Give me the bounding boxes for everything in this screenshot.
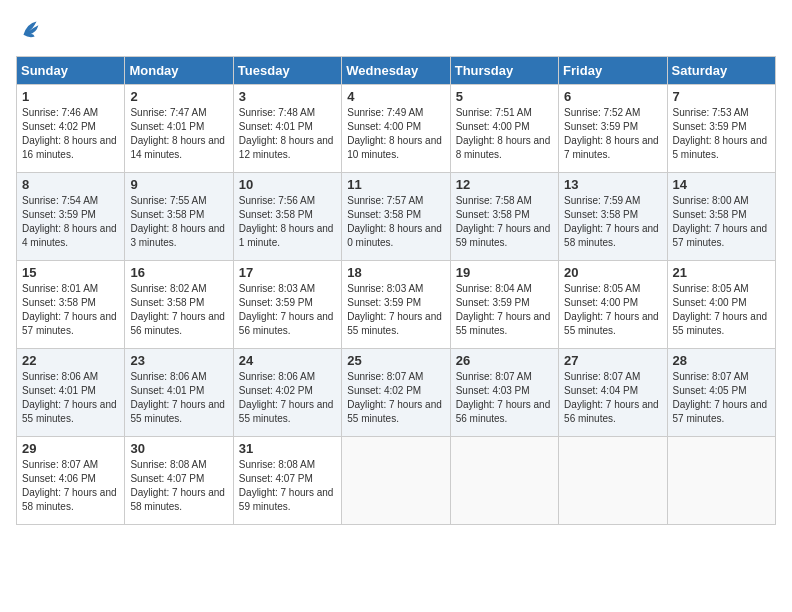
day-info: Sunrise: 8:06 AMSunset: 4:01 PMDaylight:…: [22, 370, 119, 426]
day-number: 5: [456, 89, 553, 104]
day-info: Sunrise: 8:08 AMSunset: 4:07 PMDaylight:…: [130, 458, 227, 514]
day-info: Sunrise: 7:55 AMSunset: 3:58 PMDaylight:…: [130, 194, 227, 250]
week-row-5: 29Sunrise: 8:07 AMSunset: 4:06 PMDayligh…: [17, 437, 776, 525]
day-number: 27: [564, 353, 661, 368]
day-info: Sunrise: 8:06 AMSunset: 4:01 PMDaylight:…: [130, 370, 227, 426]
logo-icon: [16, 16, 44, 44]
day-info: Sunrise: 8:03 AMSunset: 3:59 PMDaylight:…: [347, 282, 444, 338]
day-cell: 26Sunrise: 8:07 AMSunset: 4:03 PMDayligh…: [450, 349, 558, 437]
day-number: 28: [673, 353, 770, 368]
day-cell: 4Sunrise: 7:49 AMSunset: 4:00 PMDaylight…: [342, 85, 450, 173]
day-info: Sunrise: 8:01 AMSunset: 3:58 PMDaylight:…: [22, 282, 119, 338]
day-info: Sunrise: 8:07 AMSunset: 4:06 PMDaylight:…: [22, 458, 119, 514]
day-cell: 10Sunrise: 7:56 AMSunset: 3:58 PMDayligh…: [233, 173, 341, 261]
day-number: 31: [239, 441, 336, 456]
day-number: 24: [239, 353, 336, 368]
day-cell: 3Sunrise: 7:48 AMSunset: 4:01 PMDaylight…: [233, 85, 341, 173]
day-info: Sunrise: 8:05 AMSunset: 4:00 PMDaylight:…: [564, 282, 661, 338]
day-info: Sunrise: 7:53 AMSunset: 3:59 PMDaylight:…: [673, 106, 770, 162]
day-info: Sunrise: 7:58 AMSunset: 3:58 PMDaylight:…: [456, 194, 553, 250]
week-row-3: 15Sunrise: 8:01 AMSunset: 3:58 PMDayligh…: [17, 261, 776, 349]
day-cell: 22Sunrise: 8:06 AMSunset: 4:01 PMDayligh…: [17, 349, 125, 437]
day-cell: 23Sunrise: 8:06 AMSunset: 4:01 PMDayligh…: [125, 349, 233, 437]
day-number: 19: [456, 265, 553, 280]
day-info: Sunrise: 7:59 AMSunset: 3:58 PMDaylight:…: [564, 194, 661, 250]
day-info: Sunrise: 8:05 AMSunset: 4:00 PMDaylight:…: [673, 282, 770, 338]
day-cell: 13Sunrise: 7:59 AMSunset: 3:58 PMDayligh…: [559, 173, 667, 261]
day-number: 26: [456, 353, 553, 368]
week-row-1: 1Sunrise: 7:46 AMSunset: 4:02 PMDaylight…: [17, 85, 776, 173]
col-header-monday: Monday: [125, 57, 233, 85]
col-header-thursday: Thursday: [450, 57, 558, 85]
day-cell: 27Sunrise: 8:07 AMSunset: 4:04 PMDayligh…: [559, 349, 667, 437]
day-number: 2: [130, 89, 227, 104]
day-number: 3: [239, 89, 336, 104]
day-info: Sunrise: 8:07 AMSunset: 4:04 PMDaylight:…: [564, 370, 661, 426]
day-info: Sunrise: 8:06 AMSunset: 4:02 PMDaylight:…: [239, 370, 336, 426]
day-number: 4: [347, 89, 444, 104]
day-cell: 29Sunrise: 8:07 AMSunset: 4:06 PMDayligh…: [17, 437, 125, 525]
day-info: Sunrise: 7:49 AMSunset: 4:00 PMDaylight:…: [347, 106, 444, 162]
day-cell: 30Sunrise: 8:08 AMSunset: 4:07 PMDayligh…: [125, 437, 233, 525]
day-cell: [559, 437, 667, 525]
col-header-sunday: Sunday: [17, 57, 125, 85]
day-number: 30: [130, 441, 227, 456]
day-info: Sunrise: 7:47 AMSunset: 4:01 PMDaylight:…: [130, 106, 227, 162]
day-cell: 6Sunrise: 7:52 AMSunset: 3:59 PMDaylight…: [559, 85, 667, 173]
day-info: Sunrise: 8:04 AMSunset: 3:59 PMDaylight:…: [456, 282, 553, 338]
day-cell: 8Sunrise: 7:54 AMSunset: 3:59 PMDaylight…: [17, 173, 125, 261]
col-header-friday: Friday: [559, 57, 667, 85]
day-info: Sunrise: 7:46 AMSunset: 4:02 PMDaylight:…: [22, 106, 119, 162]
day-number: 9: [130, 177, 227, 192]
day-number: 17: [239, 265, 336, 280]
day-cell: 19Sunrise: 8:04 AMSunset: 3:59 PMDayligh…: [450, 261, 558, 349]
day-info: Sunrise: 8:07 AMSunset: 4:03 PMDaylight:…: [456, 370, 553, 426]
day-cell: 17Sunrise: 8:03 AMSunset: 3:59 PMDayligh…: [233, 261, 341, 349]
day-number: 18: [347, 265, 444, 280]
col-header-tuesday: Tuesday: [233, 57, 341, 85]
col-header-wednesday: Wednesday: [342, 57, 450, 85]
day-number: 8: [22, 177, 119, 192]
day-info: Sunrise: 7:57 AMSunset: 3:58 PMDaylight:…: [347, 194, 444, 250]
day-cell: 11Sunrise: 7:57 AMSunset: 3:58 PMDayligh…: [342, 173, 450, 261]
day-info: Sunrise: 8:03 AMSunset: 3:59 PMDaylight:…: [239, 282, 336, 338]
day-number: 14: [673, 177, 770, 192]
day-number: 11: [347, 177, 444, 192]
day-cell: 2Sunrise: 7:47 AMSunset: 4:01 PMDaylight…: [125, 85, 233, 173]
day-info: Sunrise: 7:56 AMSunset: 3:58 PMDaylight:…: [239, 194, 336, 250]
day-cell: 20Sunrise: 8:05 AMSunset: 4:00 PMDayligh…: [559, 261, 667, 349]
day-cell: 28Sunrise: 8:07 AMSunset: 4:05 PMDayligh…: [667, 349, 775, 437]
day-number: 23: [130, 353, 227, 368]
day-cell: 15Sunrise: 8:01 AMSunset: 3:58 PMDayligh…: [17, 261, 125, 349]
day-cell: 9Sunrise: 7:55 AMSunset: 3:58 PMDaylight…: [125, 173, 233, 261]
day-cell: 1Sunrise: 7:46 AMSunset: 4:02 PMDaylight…: [17, 85, 125, 173]
day-info: Sunrise: 8:08 AMSunset: 4:07 PMDaylight:…: [239, 458, 336, 514]
day-cell: 5Sunrise: 7:51 AMSunset: 4:00 PMDaylight…: [450, 85, 558, 173]
day-info: Sunrise: 8:00 AMSunset: 3:58 PMDaylight:…: [673, 194, 770, 250]
day-cell: 18Sunrise: 8:03 AMSunset: 3:59 PMDayligh…: [342, 261, 450, 349]
day-number: 10: [239, 177, 336, 192]
page-header: [16, 16, 776, 44]
day-cell: [342, 437, 450, 525]
day-number: 21: [673, 265, 770, 280]
day-info: Sunrise: 7:51 AMSunset: 4:00 PMDaylight:…: [456, 106, 553, 162]
col-header-saturday: Saturday: [667, 57, 775, 85]
day-info: Sunrise: 7:52 AMSunset: 3:59 PMDaylight:…: [564, 106, 661, 162]
day-info: Sunrise: 8:07 AMSunset: 4:05 PMDaylight:…: [673, 370, 770, 426]
day-info: Sunrise: 8:07 AMSunset: 4:02 PMDaylight:…: [347, 370, 444, 426]
calendar-table: SundayMondayTuesdayWednesdayThursdayFrid…: [16, 56, 776, 525]
day-number: 20: [564, 265, 661, 280]
day-cell: 25Sunrise: 8:07 AMSunset: 4:02 PMDayligh…: [342, 349, 450, 437]
day-cell: [667, 437, 775, 525]
logo: [16, 16, 48, 44]
day-number: 22: [22, 353, 119, 368]
day-cell: 7Sunrise: 7:53 AMSunset: 3:59 PMDaylight…: [667, 85, 775, 173]
day-cell: 31Sunrise: 8:08 AMSunset: 4:07 PMDayligh…: [233, 437, 341, 525]
day-number: 15: [22, 265, 119, 280]
calendar-header-row: SundayMondayTuesdayWednesdayThursdayFrid…: [17, 57, 776, 85]
day-number: 29: [22, 441, 119, 456]
day-cell: 12Sunrise: 7:58 AMSunset: 3:58 PMDayligh…: [450, 173, 558, 261]
day-cell: [450, 437, 558, 525]
day-number: 12: [456, 177, 553, 192]
day-number: 7: [673, 89, 770, 104]
